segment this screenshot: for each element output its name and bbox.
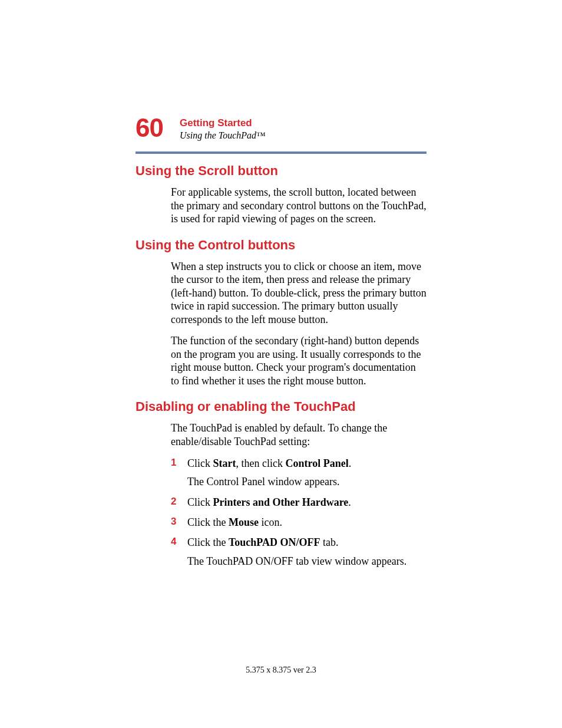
step-item: 1 Click Start, then click Control Panel.…: [171, 456, 427, 489]
page-number: 60: [135, 115, 163, 141]
step-text-fragment: Click: [187, 457, 213, 469]
step-text: Click Printers and Other Hardware.: [187, 496, 351, 508]
page-footer: 5.375 x 8.375 ver 2.3: [0, 666, 562, 675]
section-subtitle: Using the TouchPad™: [180, 130, 266, 141]
chapter-title: Getting Started: [180, 117, 266, 129]
step-item: 4 Click the TouchPAD ON/OFF tab. The Tou…: [171, 535, 427, 568]
step-number: 4: [171, 535, 176, 549]
step-bold: Control Panel: [285, 457, 348, 469]
step-bold: TouchPAD ON/OFF: [229, 536, 320, 548]
step-text: Click the Mouse icon.: [187, 516, 282, 528]
step-item: 2 Click Printers and Other Hardware.: [171, 495, 427, 509]
step-bold: Start: [213, 457, 236, 469]
step-follow-text: The TouchPAD ON/OFF tab view window appe…: [187, 555, 427, 568]
section-heading: Disabling or enabling the TouchPad: [135, 399, 427, 414]
section-scroll-button: Using the Scroll button For applicable s…: [135, 163, 427, 226]
step-item: 3 Click the Mouse icon.: [171, 515, 427, 529]
body-paragraph: The TouchPad is enabled by default. To c…: [135, 421, 427, 448]
section-disable-enable-touchpad: Disabling or enabling the TouchPad The T…: [135, 399, 427, 568]
section-heading: Using the Control buttons: [135, 238, 427, 253]
step-text-fragment: .: [348, 496, 351, 508]
section-heading: Using the Scroll button: [135, 163, 427, 179]
steps-list: 1 Click Start, then click Control Panel.…: [135, 456, 427, 568]
header-divider: [135, 151, 427, 154]
step-number: 3: [171, 515, 176, 529]
step-bold: Printers and Other Hardware: [213, 496, 349, 508]
step-text-fragment: Click the: [187, 536, 229, 548]
step-text: Click Start, then click Control Panel.: [187, 457, 351, 469]
step-text-fragment: .: [349, 457, 352, 469]
step-text-fragment: tab.: [320, 536, 339, 548]
body-paragraph: For applicable systems, the scroll butto…: [135, 186, 427, 226]
page-header: 60 Getting Started Using the TouchPad™: [135, 115, 427, 141]
step-follow-text: The Control Panel window appears.: [187, 475, 427, 489]
step-number: 1: [171, 456, 176, 470]
step-text-fragment: Click the: [187, 516, 229, 528]
step-text: Click the TouchPAD ON/OFF tab.: [187, 536, 339, 548]
body-paragraph: When a step instructs you to click or ch…: [135, 260, 427, 327]
step-text-fragment: icon.: [259, 516, 282, 528]
step-number: 2: [171, 495, 176, 509]
body-paragraph: The function of the secondary (right-han…: [135, 334, 427, 387]
step-text-fragment: , then click: [236, 457, 286, 469]
section-control-buttons: Using the Control buttons When a step in…: [135, 238, 427, 388]
step-text-fragment: Click: [187, 496, 213, 508]
step-bold: Mouse: [229, 516, 259, 528]
